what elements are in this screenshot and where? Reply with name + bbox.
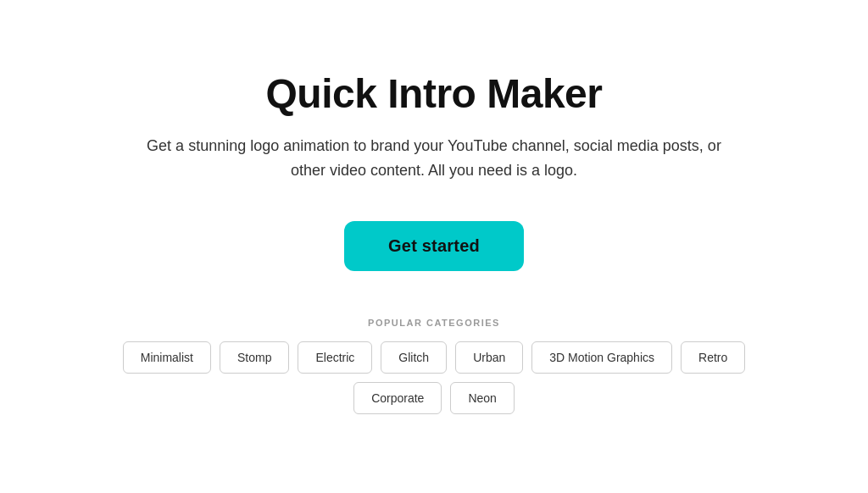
category-corporate[interactable]: Corporate xyxy=(353,382,442,414)
get-started-button[interactable]: Get started xyxy=(344,221,524,271)
category-3d-motion-graphics[interactable]: 3D Motion Graphics xyxy=(531,341,672,374)
category-urban[interactable]: Urban xyxy=(455,341,523,374)
page-container: Quick Intro Maker Get a stunning logo an… xyxy=(27,70,841,423)
page-subtitle: Get a stunning logo animation to brand y… xyxy=(137,134,731,183)
page-title: Quick Intro Maker xyxy=(266,70,603,117)
category-neon[interactable]: Neon xyxy=(450,382,514,414)
category-glitch[interactable]: Glitch xyxy=(381,341,447,374)
category-retro[interactable]: Retro xyxy=(681,341,745,374)
categories-row-2: Corporate Neon xyxy=(353,382,515,414)
category-minimalist[interactable]: Minimalist xyxy=(123,341,211,374)
categories-section: POPULAR CATEGORIES Minimalist Stomp Elec… xyxy=(27,318,841,423)
category-stomp[interactable]: Stomp xyxy=(220,341,289,374)
categories-row-1: Minimalist Stomp Electric Glitch Urban 3… xyxy=(123,341,746,374)
category-electric[interactable]: Electric xyxy=(298,341,372,374)
categories-label: POPULAR CATEGORIES xyxy=(368,318,500,328)
